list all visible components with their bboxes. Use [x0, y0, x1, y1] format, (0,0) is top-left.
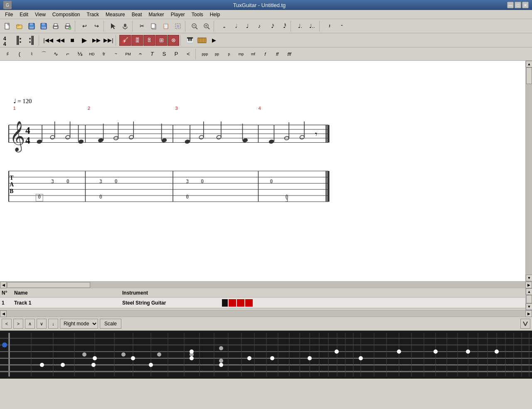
maximize-button[interactable]: □ [515, 2, 521, 8]
rest-button[interactable]: 𝄽 [323, 21, 335, 32]
menu-track[interactable]: Track [84, 11, 103, 18]
redo-button[interactable]: ↪ [91, 21, 102, 32]
rewind-start-button[interactable]: |◀◀ [42, 35, 54, 46]
rewind-button[interactable]: ◀◀ [54, 35, 66, 46]
play-button[interactable]: ▶ [79, 35, 90, 46]
vertical-scrollbar[interactable]: ▲ ▼ [525, 61, 532, 281]
zoom-out-button[interactable] [189, 21, 200, 32]
slash-button[interactable]: S [158, 49, 170, 59]
mf-button[interactable]: mf [247, 49, 259, 59]
fretboard[interactable]: // Will draw frets via JS below [0, 331, 532, 379]
time-sig-button[interactable]: 44 [2, 35, 13, 46]
menu-file[interactable]: File [2, 11, 16, 18]
double-dotted-button[interactable]: ♩.. [306, 21, 318, 32]
mixer-button[interactable]: 🎚 [143, 35, 155, 46]
menu-beat[interactable]: Beat [128, 11, 145, 18]
ppp-button[interactable]: ppp [199, 49, 211, 59]
tuplet-button[interactable]: ⊛ [167, 35, 179, 46]
nav-left-button[interactable]: < [2, 319, 12, 329]
trill-button[interactable]: tr [98, 49, 110, 59]
track-scroll-down[interactable]: ▼ [526, 303, 532, 310]
fermata-button[interactable]: 𝄐 [134, 49, 146, 59]
hscroll-thumb[interactable] [7, 282, 90, 288]
instruments-button[interactable]: 🎸 [119, 35, 131, 46]
mp-button[interactable]: mp [235, 49, 247, 59]
sixteenth-note-button[interactable]: 𝅘𝅥𝅯 [266, 21, 277, 32]
fff-button[interactable]: fff [283, 49, 295, 59]
titlebar-controls[interactable]: — □ ✕ [507, 2, 529, 8]
synth-button[interactable]: ▶ [208, 35, 220, 46]
scroll-track[interactable] [526, 67, 532, 275]
nav-up-button[interactable]: ∧ [25, 319, 35, 329]
undo-button[interactable]: ↩ [79, 21, 90, 32]
repeat-open-button[interactable] [14, 35, 25, 46]
new-button[interactable] [2, 21, 13, 32]
forward-end-button[interactable]: ▶▶| [103, 35, 114, 46]
vibrato-button[interactable]: ~ [110, 49, 122, 59]
close-button[interactable]: ✕ [522, 2, 529, 8]
voice-button[interactable] [119, 21, 131, 32]
slap-button[interactable]: ∿ [50, 49, 62, 59]
flat-button[interactable]: ( [14, 49, 25, 59]
track-hscroll-right[interactable]: ▶ [525, 310, 532, 317]
tune-icon-container[interactable] [520, 319, 530, 329]
track-scroll-track[interactable] [526, 295, 532, 303]
f-button[interactable]: f [259, 49, 271, 59]
hscroll-left-button[interactable]: ◀ [0, 282, 7, 288]
save-as-button[interactable]: + [38, 21, 49, 32]
select-all-button[interactable] [172, 21, 184, 32]
pp-button[interactable]: pp [211, 49, 223, 59]
chord-button[interactable]: P [170, 49, 182, 59]
paste-button[interactable]: 📋 [160, 21, 172, 32]
track-vertical-scrollbar[interactable]: ▲ ▼ [525, 288, 532, 310]
scroll-up-button[interactable]: ▲ [526, 61, 532, 67]
triplet-button[interactable]: ⅓ [74, 49, 86, 59]
hscroll-right-button[interactable]: ▶ [525, 282, 532, 288]
table-row[interactable]: 1 Track 1 Steel String Guitar [0, 297, 525, 308]
scroll-down-button[interactable]: ▼ [526, 275, 532, 281]
thirtysecond-note-button[interactable]: 𝅘𝅥𝅰 [278, 21, 289, 32]
nav-down-up-button[interactable]: ∨ [37, 319, 47, 329]
save-button[interactable] [26, 21, 37, 32]
ff-button[interactable]: ff [271, 49, 283, 59]
hscroll-track[interactable] [7, 282, 525, 288]
print-button[interactable] [50, 21, 62, 32]
horizontal-scrollbar[interactable]: ◀ ▶ [0, 281, 532, 288]
menu-marker[interactable]: Marker [145, 11, 167, 18]
mode-select[interactable]: Right mode Left mode [60, 319, 98, 329]
track-hscroll-left[interactable]: ◀ [0, 310, 7, 317]
scale-button[interactable]: Scale [100, 319, 121, 329]
open-button[interactable] [14, 21, 25, 32]
nav-down-button[interactable]: ↓ [48, 319, 58, 329]
p-button[interactable]: p [223, 49, 235, 59]
track-horizontal-scrollbar[interactable]: ◀ ▶ [0, 310, 532, 317]
menu-help[interactable]: Help [207, 11, 224, 18]
pm-button[interactable]: PM [122, 49, 134, 59]
print-preview-button[interactable] [62, 21, 74, 32]
whole-note-button[interactable]: 𝅝 [217, 21, 229, 32]
pop-button[interactable]: ⌐ [62, 49, 74, 59]
hd-button[interactable]: HD [86, 49, 98, 59]
cursor-button[interactable] [107, 21, 119, 32]
menu-view[interactable]: View [32, 11, 49, 18]
scroll-thumb[interactable] [526, 67, 532, 84]
cut-button[interactable]: ✂ [136, 21, 148, 32]
menu-measure[interactable]: Measure [102, 11, 128, 18]
stop-button[interactable]: ■ [66, 35, 78, 46]
repeat-close-button[interactable] [26, 35, 37, 46]
zoom-in-button[interactable] [201, 21, 212, 32]
sharp-button[interactable]: ♯ [2, 49, 13, 59]
natural-button[interactable]: ♮ [26, 49, 37, 59]
text-button[interactable]: T [146, 49, 158, 59]
dynamic-button[interactable]: < [182, 49, 194, 59]
minimize-button[interactable]: — [507, 2, 514, 8]
nav-right-button[interactable]: > [13, 319, 23, 329]
menu-edit[interactable]: Edit [16, 11, 32, 18]
matrix-button[interactable]: ⊞ [155, 35, 167, 46]
half-note-button[interactable]: 𝅗𝅥 [229, 21, 241, 32]
rest2-button[interactable]: 𝄼 [335, 21, 347, 32]
copy-button[interactable] [148, 21, 160, 32]
fretboard-button[interactable] [196, 35, 208, 46]
piano-button[interactable]: 🎹 [184, 35, 196, 46]
track-scroll-up[interactable]: ▲ [526, 288, 532, 295]
